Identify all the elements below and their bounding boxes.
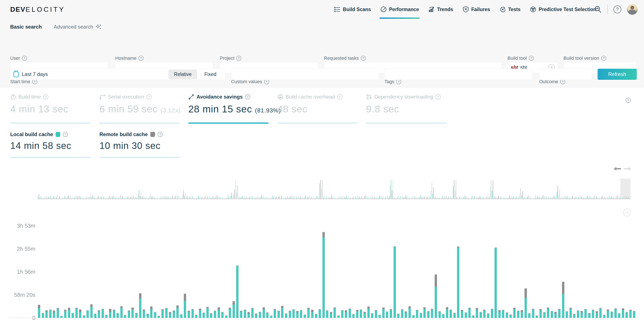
build-bar[interactable] [262,307,265,318]
build-bar[interactable] [229,308,231,318]
build-bar[interactable] [412,315,415,318]
build-bar[interactable] [195,315,198,318]
build-bar[interactable] [614,308,617,318]
build-bar[interactable] [94,313,96,318]
build-bar[interactable] [356,310,358,318]
build-bar[interactable] [547,307,549,318]
build-bar[interactable] [202,312,205,318]
custom-values-input[interactable] [231,69,379,80]
build-bar[interactable] [76,308,78,318]
build-bar[interactable] [162,309,164,318]
build-bar[interactable] [465,312,467,318]
build-bar[interactable] [154,312,156,318]
timeline-overview-brush[interactable] [38,179,631,199]
build-bar[interactable] [146,313,149,318]
build-bar[interactable] [98,310,100,318]
build-bar[interactable] [510,314,512,318]
build-bar[interactable] [494,247,497,318]
build-bar[interactable] [390,309,392,318]
build-bar[interactable] [596,311,598,318]
build-bar[interactable] [618,313,620,318]
build-bar[interactable] [622,308,624,318]
build-bar[interactable] [251,308,254,318]
build-bar[interactable] [348,308,351,318]
build-bar[interactable] [206,307,209,318]
build-bar[interactable] [173,310,175,318]
build-bar[interactable] [176,305,179,318]
build-bar[interactable] [124,315,126,318]
build-bar[interactable] [532,309,534,318]
build-bar[interactable] [438,311,441,318]
build-bar[interactable] [352,314,354,318]
build-bar[interactable] [580,311,583,318]
build-bar[interactable] [577,310,579,318]
metric-tab-build-time[interactable]: Build time ? 4 min 13 sec [10,94,90,124]
build-bar[interactable] [143,309,145,318]
build-bar[interactable] [375,310,377,318]
question-icon[interactable]: ? [396,79,401,84]
build-bar[interactable] [266,312,268,318]
build-bar[interactable] [491,309,493,318]
relative-toggle[interactable]: Relative [168,70,197,79]
build-bar[interactable] [367,306,370,318]
nav-item-trends[interactable]: Trends [428,0,453,19]
next-page-arrow-icon[interactable] [624,167,632,171]
build-bar[interactable] [244,309,246,318]
build-bar[interactable] [446,307,448,318]
build-bar[interactable] [626,312,628,318]
build-bar[interactable] [607,309,609,318]
build-bar[interactable] [221,312,224,318]
build-bar[interactable] [423,307,426,318]
search-icon[interactable] [594,6,602,13]
build-bar[interactable] [113,309,115,318]
build-bar[interactable] [188,311,190,318]
build-bar[interactable] [45,310,48,318]
build-bar[interactable] [540,309,542,318]
build-bar[interactable] [72,313,74,318]
build-bar[interactable] [371,313,373,318]
build-bar[interactable] [588,313,590,318]
build-bar[interactable] [405,311,407,318]
build-bar[interactable] [255,313,257,318]
question-icon[interactable]: ? [560,79,565,84]
build-bar[interactable] [461,310,463,318]
build-bar[interactable] [457,246,459,318]
build-bar[interactable] [468,308,471,318]
overview-selection-window[interactable] [620,179,630,199]
build-bar[interactable] [450,309,452,318]
prev-page-arrow-icon[interactable] [613,167,622,171]
nav-item-failures[interactable]: Failures [462,0,490,19]
question-icon[interactable]: ? [32,79,37,84]
build-bar[interactable] [49,309,52,318]
build-bar[interactable] [120,306,123,318]
build-bar[interactable] [304,314,306,318]
metric-tab-serial-execution[interactable]: Serial execution ? 6 min 59 sec (3.12x) [100,94,180,124]
nav-item-build-scans[interactable]: Build Scans [334,0,371,19]
build-bar[interactable] [394,246,396,318]
build-bar[interactable] [315,314,317,318]
build-bar[interactable] [420,313,422,318]
build-bar[interactable] [562,282,564,318]
build-bar[interactable] [554,312,557,318]
build-bar[interactable] [382,307,384,318]
build-bar[interactable] [498,310,501,318]
build-bar[interactable] [442,314,444,318]
question-icon[interactable]: ? [236,56,241,61]
build-bar[interactable] [169,312,171,318]
build-bar[interactable] [408,306,411,318]
build-bar[interactable] [517,311,520,318]
build-bar[interactable] [610,311,613,318]
build-bar[interactable] [476,308,478,318]
build-bar[interactable] [401,309,403,318]
build-bar[interactable] [521,310,523,318]
question-icon[interactable]: ? [264,79,269,84]
tab-advanced-search[interactable]: Advanced search [54,24,101,30]
build-bar[interactable] [360,309,362,318]
build-bar[interactable] [289,311,291,318]
user-avatar[interactable] [627,4,638,15]
help-icon[interactable]: ? [613,5,622,14]
tab-basic-search[interactable]: Basic search [10,24,42,30]
build-bar[interactable] [270,315,272,318]
metric-tab-dependency-downloading[interactable]: Dependency downloading ? 9.8 sec [366,94,446,124]
build-bar[interactable] [248,312,250,318]
